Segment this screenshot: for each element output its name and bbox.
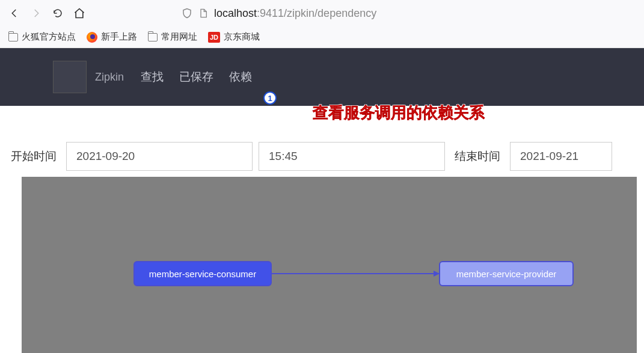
dependency-canvas[interactable]: member-service-consumer member-service-p… [22,177,637,353]
reload-button[interactable] [48,4,67,23]
dependency-edge [272,273,439,274]
bookmark-label: 新手上路 [101,31,137,43]
arrow-right-icon [31,8,41,19]
browser-toolbar: localhost:9411/zipkin/dependency [0,0,644,26]
home-icon [73,7,85,19]
service-node-provider[interactable]: member-service-provider [439,261,574,286]
jd-icon: JD [208,32,220,43]
nav-dependency[interactable]: 依赖 [229,69,252,85]
url-host: localhost [214,7,257,19]
app-header: Zipkin 查找 已保存 依赖 1 [0,48,644,106]
bookmark-common-sites[interactable]: 常用网址 [148,31,197,43]
bookmark-getting-started[interactable]: 新手上路 [87,31,137,43]
zipkin-logo [53,61,87,93]
arrow-left-icon [9,8,20,19]
url-text: localhost:9411/zipkin/dependency [214,7,376,20]
nav-search[interactable]: 查找 [141,69,164,85]
bookmarks-bar: 火狐官方站点 新手上路 常用网址 JD 京东商城 [0,26,644,48]
folder-icon [148,33,158,41]
annotation-text: 查看服务调用的依赖关系 [313,102,485,123]
start-date-input[interactable] [66,142,253,171]
end-time-label: 结束时间 [451,149,504,164]
filter-bar: 开始时间 结束时间 [0,130,644,173]
firefox-icon [87,32,97,43]
shield-icon [182,7,192,19]
url-path: :9411/zipkin/dependency [257,7,376,19]
folder-icon [8,33,18,41]
start-time-label: 开始时间 [7,149,60,164]
url-bar[interactable]: localhost:9411/zipkin/dependency [182,7,639,20]
start-time-input[interactable] [259,142,445,171]
reload-icon [52,8,63,19]
bookmark-firefox-official[interactable]: 火狐官方站点 [8,31,76,43]
page-icon [198,8,208,19]
service-node-consumer[interactable]: member-service-consumer [133,261,272,286]
brand-name: Zipkin [95,71,124,84]
bookmark-label: 常用网址 [161,31,197,43]
forward-button[interactable] [26,4,46,23]
home-button[interactable] [70,4,89,23]
back-button[interactable] [5,4,24,23]
step-badge: 1 [263,91,277,105]
bookmark-label: 京东商城 [224,31,260,43]
bookmark-jd[interactable]: JD 京东商城 [208,31,260,43]
bookmark-label: 火狐官方站点 [22,31,76,43]
end-date-input[interactable] [510,142,612,171]
nav-saved[interactable]: 已保存 [179,69,213,85]
